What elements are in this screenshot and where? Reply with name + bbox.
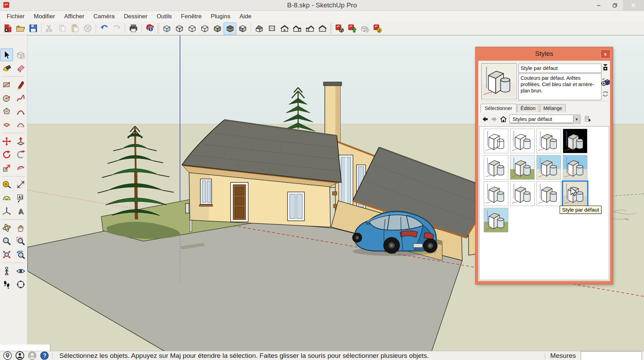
avatar-icon[interactable] bbox=[27, 351, 37, 360]
share-model-button[interactable] bbox=[346, 22, 358, 34]
measurements-input[interactable] bbox=[581, 351, 642, 360]
zoom-tool-button[interactable] bbox=[0, 235, 13, 248]
style-shaded[interactable] bbox=[536, 129, 561, 153]
menu-modifier[interactable]: Modifier bbox=[29, 12, 59, 21]
style-blue-sky[interactable] bbox=[536, 155, 561, 180]
nav-back-button[interactable] bbox=[481, 115, 490, 124]
model-info-button[interactable] bbox=[143, 22, 156, 34]
walk-tool-button[interactable] bbox=[0, 278, 13, 291]
undo-button[interactable] bbox=[98, 22, 110, 34]
polygon-tool-button[interactable] bbox=[0, 105, 13, 118]
push-pull-tool-button[interactable] bbox=[14, 135, 27, 148]
eraser-tool-button[interactable] bbox=[14, 62, 27, 75]
view-front-button[interactable] bbox=[278, 22, 291, 34]
circle-tool-button[interactable] bbox=[0, 92, 13, 104]
close-button[interactable] bbox=[623, 0, 644, 11]
view-left-button[interactable] bbox=[303, 22, 316, 34]
style-default-white[interactable] bbox=[484, 155, 508, 180]
print-button[interactable] bbox=[127, 22, 140, 34]
new-button[interactable] bbox=[1, 22, 14, 34]
arc-tool-button[interactable] bbox=[14, 105, 27, 118]
styles-panel-titlebar[interactable]: Styles x bbox=[476, 47, 613, 60]
nav-home-button[interactable] bbox=[499, 115, 508, 124]
xray-button[interactable] bbox=[160, 22, 173, 34]
freehand-tool-button[interactable] bbox=[14, 92, 27, 104]
user-icon[interactable] bbox=[15, 351, 25, 360]
scale-tool-button[interactable] bbox=[0, 162, 13, 174]
tab-melange[interactable]: Mélange bbox=[540, 104, 566, 112]
credits-button[interactable] bbox=[371, 22, 384, 34]
menu-outils[interactable]: Outils bbox=[152, 12, 176, 21]
menu-dessiner[interactable]: Dessiner bbox=[119, 12, 152, 21]
style-plain-1[interactable] bbox=[484, 181, 508, 206]
style-blue-sky-2[interactable] bbox=[563, 155, 587, 180]
navigation-tool-button[interactable] bbox=[14, 278, 27, 291]
style-collection-dropdown[interactable]: Styles par défaut ▼ bbox=[509, 115, 580, 124]
select-tool-button[interactable] bbox=[0, 49, 13, 61]
style-hidden-line[interactable] bbox=[510, 129, 535, 153]
restore-button[interactable] bbox=[607, 0, 623, 11]
styles-panel-close-button[interactable]: x bbox=[600, 50, 610, 58]
menu-aide[interactable]: Aide bbox=[235, 12, 256, 21]
create-style-button[interactable] bbox=[600, 77, 610, 87]
back-edges-button[interactable] bbox=[173, 22, 186, 34]
style-green-blue[interactable] bbox=[484, 208, 508, 232]
pie-tool-button[interactable] bbox=[0, 118, 13, 131]
style-description-field[interactable]: Couleurs par défaut. Arêtes profilées. C… bbox=[519, 73, 601, 100]
previous-view-tool-button[interactable] bbox=[14, 248, 27, 261]
shaded-textures-button[interactable] bbox=[224, 22, 236, 34]
tab-selectionner[interactable]: Sélectionner bbox=[481, 104, 516, 112]
save-button[interactable] bbox=[27, 22, 39, 34]
menu-plugins[interactable]: Plugins bbox=[206, 12, 235, 21]
tab-edition[interactable]: Édition bbox=[517, 104, 539, 112]
add-location-icon[interactable] bbox=[3, 351, 12, 360]
nav-forward-button[interactable] bbox=[490, 115, 499, 124]
text-tool-button[interactable] bbox=[14, 192, 27, 204]
menu-afficher[interactable]: Afficher bbox=[59, 12, 89, 21]
style-name-field[interactable]: Style par défaut bbox=[519, 64, 601, 73]
rectangle-tool-button[interactable] bbox=[0, 78, 13, 91]
position-camera-tool-button[interactable] bbox=[0, 265, 13, 277]
arc2-tool-button[interactable] bbox=[14, 118, 27, 131]
line-tool-button[interactable] bbox=[14, 78, 27, 91]
offset-tool-button[interactable] bbox=[14, 162, 27, 174]
view-top-button[interactable] bbox=[265, 22, 278, 34]
dropdown-arrow-icon[interactable]: ▼ bbox=[573, 115, 580, 123]
view-iso-button[interactable] bbox=[253, 22, 265, 34]
shaded-button[interactable] bbox=[211, 22, 224, 34]
menu-camera[interactable]: Caméra bbox=[89, 12, 119, 21]
view-right-button[interactable] bbox=[291, 22, 303, 34]
details-menu-button[interactable] bbox=[583, 115, 592, 124]
open-button[interactable] bbox=[14, 22, 27, 34]
rotate-tool-button[interactable] bbox=[0, 148, 13, 161]
dimension-tool-button[interactable] bbox=[14, 178, 27, 191]
orbit-tool-button[interactable] bbox=[0, 221, 13, 234]
secondary-pane-toggle-button[interactable] bbox=[601, 63, 610, 71]
protractor-tool-button[interactable] bbox=[0, 192, 13, 204]
style-plain-3[interactable] bbox=[536, 181, 561, 206]
3d-text-tool-button[interactable] bbox=[14, 205, 27, 218]
hidden-line-button[interactable] bbox=[198, 22, 211, 34]
move-tool-button[interactable] bbox=[0, 135, 13, 148]
paint-bucket-tool-button[interactable] bbox=[0, 62, 13, 75]
menu-fenetre[interactable]: Fenêtre bbox=[176, 12, 206, 21]
style-wireframe[interactable] bbox=[484, 129, 508, 153]
wireframe-button[interactable] bbox=[186, 22, 198, 34]
get-models-button[interactable] bbox=[333, 22, 346, 34]
look-around-tool-button[interactable] bbox=[14, 265, 27, 277]
update-style-button[interactable] bbox=[601, 90, 610, 98]
zoom-extents-tool-button[interactable] bbox=[0, 248, 13, 261]
style-plain-2[interactable] bbox=[510, 181, 535, 206]
help-icon[interactable] bbox=[40, 351, 49, 360]
menu-fichier[interactable]: Fichier bbox=[2, 12, 29, 21]
zoom-window-tool-button[interactable] bbox=[14, 235, 27, 248]
style-green-ground[interactable] bbox=[510, 155, 535, 180]
monochrome-button[interactable] bbox=[236, 22, 249, 34]
view-back-button[interactable] bbox=[316, 22, 329, 34]
pan-tool-button[interactable] bbox=[14, 221, 27, 234]
minimize-button[interactable] bbox=[591, 0, 607, 11]
follow-me-tool-button[interactable] bbox=[14, 148, 27, 161]
style-xray[interactable] bbox=[563, 129, 587, 153]
axes-tool-button[interactable] bbox=[0, 205, 13, 218]
tape-measure-tool-button[interactable] bbox=[0, 178, 13, 191]
